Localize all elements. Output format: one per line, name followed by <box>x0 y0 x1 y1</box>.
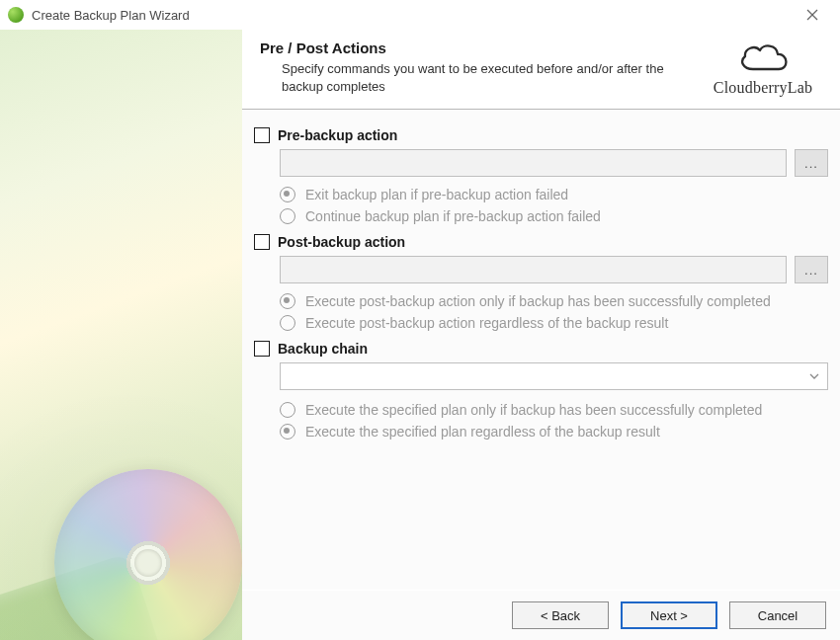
backup-chain-select[interactable] <box>280 362 828 390</box>
chevron-down-icon <box>809 373 819 379</box>
page-title: Pre / Post Actions <box>260 40 704 56</box>
sidebar-decor-disc <box>54 469 242 640</box>
page-subtitle: Specify commands you want to be executed… <box>282 60 704 95</box>
cloud-icon <box>733 40 793 77</box>
pre-backup-label: Pre-backup action <box>278 127 397 143</box>
post-backup-opt-only-success-label: Execute post-backup action only if backu… <box>305 293 771 309</box>
window-title: Create Backup Plan Wizard <box>32 8 793 23</box>
post-backup-opt-only-success[interactable]: Execute post-backup action only if backu… <box>280 293 828 309</box>
pre-backup-input[interactable] <box>280 149 787 177</box>
backup-chain-opt-only-success-label: Execute the specified plan only if backu… <box>305 402 762 418</box>
backup-chain-opt-regardless[interactable]: Execute the specified plan regardless of… <box>280 424 828 440</box>
wizard-sidebar <box>0 30 242 640</box>
wizard-content: Pre-backup action ... Exit backup plan i… <box>242 110 840 590</box>
radio-icon <box>280 208 295 224</box>
section-post-backup: Post-backup action ... Execute post-back… <box>254 234 828 331</box>
brand: CloudberryLab <box>704 40 822 97</box>
pre-backup-browse-button[interactable]: ... <box>795 149 828 177</box>
radio-icon <box>280 424 295 440</box>
post-backup-input[interactable] <box>280 256 787 283</box>
titlebar: Create Backup Plan Wizard <box>0 0 840 30</box>
radio-icon <box>280 402 295 418</box>
backup-chain-opt-only-success[interactable]: Execute the specified plan only if backu… <box>280 402 828 418</box>
cancel-button[interactable]: Cancel <box>729 601 826 629</box>
pre-backup-opt-continue-label: Continue backup plan if pre-backup actio… <box>305 208 601 224</box>
brand-name: CloudberryLab <box>704 79 822 97</box>
pre-backup-checkbox[interactable] <box>254 127 270 143</box>
ellipsis-icon: ... <box>804 263 818 278</box>
app-icon <box>8 7 24 23</box>
ellipsis-icon: ... <box>804 156 818 171</box>
radio-icon <box>280 187 295 202</box>
backup-chain-opt-regardless-label: Execute the specified plan regardless of… <box>305 424 660 440</box>
close-icon <box>806 9 818 21</box>
wizard-footer: < Back Next > Cancel <box>242 590 840 640</box>
section-pre-backup: Pre-backup action ... Exit backup plan i… <box>254 127 828 224</box>
pre-backup-opt-exit-label: Exit backup plan if pre-backup action fa… <box>305 187 568 202</box>
post-backup-opt-regardless[interactable]: Execute post-backup action regardless of… <box>280 315 828 331</box>
wizard-window: Create Backup Plan Wizard Pre / Post Act… <box>0 0 840 640</box>
post-backup-checkbox[interactable] <box>254 234 270 250</box>
back-button[interactable]: < Back <box>512 601 609 629</box>
post-backup-browse-button[interactable]: ... <box>795 256 828 283</box>
radio-icon <box>280 315 295 331</box>
backup-chain-label: Backup chain <box>278 341 368 357</box>
wizard-header: Pre / Post Actions Specify commands you … <box>242 30 840 110</box>
pre-backup-opt-exit[interactable]: Exit backup plan if pre-backup action fa… <box>280 187 828 202</box>
backup-chain-checkbox[interactable] <box>254 341 270 357</box>
pre-backup-opt-continue[interactable]: Continue backup plan if pre-backup actio… <box>280 208 828 224</box>
post-backup-opt-regardless-label: Execute post-backup action regardless of… <box>305 315 668 331</box>
radio-icon <box>280 293 295 309</box>
post-backup-label: Post-backup action <box>278 234 405 250</box>
next-button[interactable]: Next > <box>621 601 717 629</box>
wizard-main: Pre / Post Actions Specify commands you … <box>242 30 840 640</box>
section-backup-chain: Backup chain <box>254 341 828 440</box>
close-button[interactable] <box>793 0 832 30</box>
